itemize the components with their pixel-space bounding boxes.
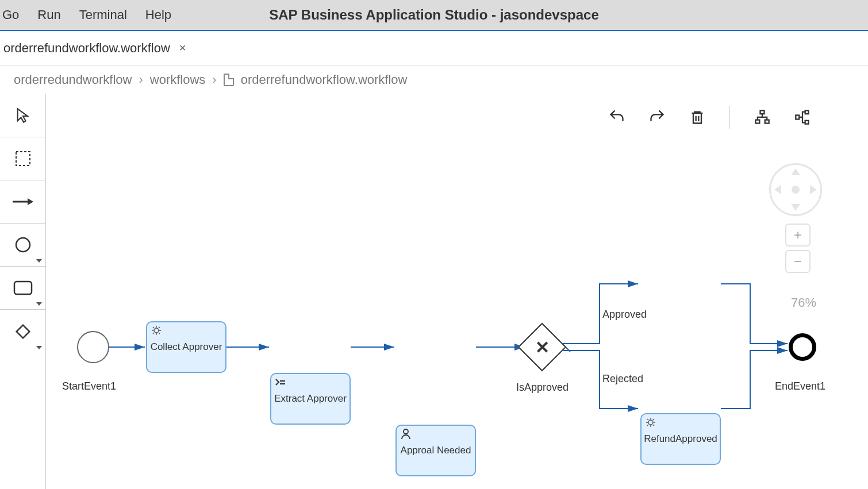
chevron-down-icon bbox=[36, 259, 42, 263]
svg-rect-3 bbox=[14, 282, 32, 294]
file-icon bbox=[224, 74, 234, 86]
trash-icon[interactable] bbox=[689, 109, 705, 125]
task-label: Extract Approver bbox=[274, 393, 347, 405]
menu-help[interactable]: Help bbox=[145, 7, 171, 22]
zoom-controls: + − bbox=[785, 224, 811, 273]
close-icon[interactable]: × bbox=[179, 41, 186, 55]
task-label: Collect Approver bbox=[151, 341, 222, 353]
gateway-label: IsApproved bbox=[516, 382, 569, 394]
svg-rect-0 bbox=[16, 152, 30, 165]
script-icon bbox=[275, 376, 286, 388]
task-approval-needed[interactable]: Approal Needed bbox=[395, 425, 476, 476]
edge-rejected-label: Rejected bbox=[602, 373, 643, 385]
svg-line-23 bbox=[153, 333, 154, 334]
chevron-right-icon: › bbox=[212, 72, 216, 87]
x-icon: ✕ bbox=[535, 337, 550, 357]
circle-icon bbox=[14, 236, 32, 253]
pan-control[interactable] bbox=[769, 163, 822, 216]
svg-line-33 bbox=[647, 419, 648, 420]
pan-right-icon[interactable] bbox=[810, 185, 817, 194]
cursor-icon bbox=[15, 107, 31, 124]
pan-left-icon[interactable] bbox=[774, 185, 781, 194]
editor-tab[interactable]: orderrefundworkflow.workflow × bbox=[3, 41, 186, 56]
svg-line-34 bbox=[653, 425, 654, 426]
app-title: SAP Business Application Studio - jasond… bbox=[269, 7, 598, 23]
redo-icon[interactable] bbox=[649, 109, 665, 125]
svg-rect-4 bbox=[16, 325, 29, 338]
canvas[interactable]: + − 76% Start bbox=[46, 94, 868, 489]
diamond-icon bbox=[14, 323, 32, 340]
gear-icon bbox=[151, 325, 162, 336]
svg-rect-5 bbox=[761, 110, 765, 114]
layout-org-icon[interactable] bbox=[794, 109, 811, 125]
pan-down-icon[interactable] bbox=[791, 204, 800, 211]
palette-start-event-tool[interactable] bbox=[0, 224, 45, 267]
pan-center-icon[interactable] bbox=[792, 186, 800, 194]
zoom-in-button[interactable]: + bbox=[785, 224, 811, 247]
svg-point-2 bbox=[16, 238, 30, 252]
editor-area: + − 76% Start bbox=[0, 94, 868, 489]
arrow-right-icon bbox=[11, 196, 34, 207]
tabbar: orderrefundworkflow.workflow × bbox=[0, 31, 868, 66]
svg-line-36 bbox=[653, 419, 654, 420]
marquee-icon bbox=[15, 151, 31, 167]
svg-line-21 bbox=[153, 327, 154, 328]
palette-gateway-tool[interactable] bbox=[0, 310, 45, 353]
svg-point-27 bbox=[404, 429, 408, 434]
gear-icon bbox=[645, 417, 656, 428]
zoom-level: 76% bbox=[791, 295, 816, 310]
menu-go[interactable]: Go bbox=[2, 7, 19, 22]
task-label: Approal Needed bbox=[401, 445, 471, 456]
svg-line-22 bbox=[159, 333, 160, 334]
zoom-out-button[interactable]: − bbox=[785, 250, 811, 273]
palette-marquee-tool[interactable] bbox=[0, 137, 45, 180]
toolbar-divider bbox=[729, 106, 730, 129]
breadcrumb: orderredundworkflow › workflows › orderr… bbox=[0, 66, 868, 94]
svg-point-28 bbox=[648, 420, 653, 425]
svg-rect-10 bbox=[805, 121, 809, 124]
pan-up-icon[interactable] bbox=[791, 168, 800, 175]
start-event-label: StartEvent1 bbox=[62, 380, 116, 392]
end-event-node[interactable] bbox=[789, 333, 816, 361]
svg-rect-7 bbox=[765, 120, 769, 124]
chevron-down-icon bbox=[36, 302, 42, 306]
layout-tree-icon[interactable] bbox=[754, 109, 770, 125]
task-extract-approver[interactable]: Extract Approver bbox=[270, 373, 351, 425]
rectangle-icon bbox=[13, 280, 33, 295]
palette-connector-tool[interactable] bbox=[0, 180, 45, 224]
svg-rect-9 bbox=[805, 110, 809, 114]
svg-line-35 bbox=[647, 425, 648, 426]
task-label: RefundApproved bbox=[644, 433, 717, 445]
task-collect-approver[interactable]: Collect Approver bbox=[146, 321, 226, 373]
edge-approved-label: Approved bbox=[602, 309, 647, 321]
palette bbox=[0, 94, 46, 489]
palette-task-tool[interactable] bbox=[0, 267, 45, 310]
gateway-is-approved[interactable]: ✕ bbox=[518, 323, 567, 372]
task-refund-approved[interactable]: RefundApproved bbox=[640, 413, 721, 465]
chevron-down-icon bbox=[36, 346, 42, 349]
svg-line-24 bbox=[159, 327, 160, 328]
canvas-toolbar bbox=[609, 106, 811, 129]
end-event-label: EndEvent1 bbox=[775, 380, 825, 392]
svg-point-16 bbox=[154, 328, 159, 333]
start-event-node[interactable] bbox=[77, 331, 109, 363]
svg-rect-6 bbox=[755, 120, 759, 124]
svg-rect-8 bbox=[796, 115, 799, 120]
menu-terminal[interactable]: Terminal bbox=[79, 7, 127, 22]
user-icon bbox=[400, 428, 412, 440]
menu-run[interactable]: Run bbox=[37, 7, 60, 22]
chevron-right-icon: › bbox=[139, 72, 143, 87]
tab-label: orderrefundworkflow.workflow bbox=[3, 41, 170, 56]
menubar: Go Run Terminal Help SAP Business Applic… bbox=[0, 0, 868, 31]
palette-cursor-tool[interactable] bbox=[0, 94, 45, 137]
breadcrumb-segment[interactable]: workflows bbox=[150, 72, 206, 87]
undo-icon[interactable] bbox=[609, 109, 625, 125]
breadcrumb-segment[interactable]: orderredundworkflow bbox=[14, 72, 132, 87]
breadcrumb-segment[interactable]: orderrefundworkflow.workflow bbox=[241, 72, 408, 87]
